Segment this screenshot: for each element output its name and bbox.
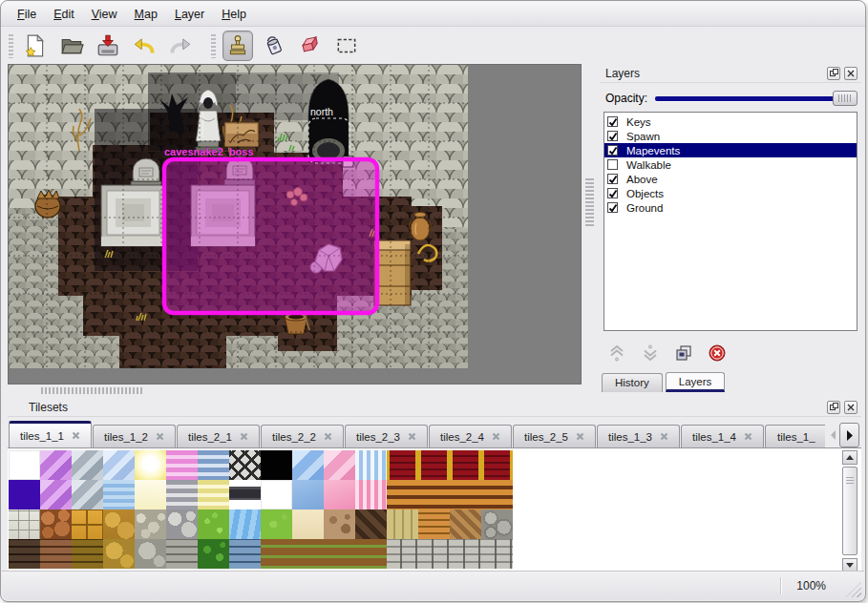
rect-select-tool-button[interactable]: [331, 31, 362, 61]
tab-close-icon[interactable]: [492, 431, 500, 443]
tile-strB-r0c6[interactable]: [198, 450, 229, 480]
tile-stoneblocks-r2c0[interactable]: [9, 509, 40, 539]
menu-layer[interactable]: Layer: [166, 5, 213, 24]
opacity-slider[interactable]: [655, 90, 857, 107]
tile-hedge-r3c6[interactable]: [198, 539, 229, 569]
tile-cobbleBr-r2c1[interactable]: [40, 509, 72, 539]
tile-tileP-r1c10[interactable]: [324, 480, 355, 509]
tile-wallGy-r3c4[interactable]: [135, 539, 166, 569]
tile-curtP-r1c11[interactable]: [355, 480, 387, 509]
tile-empty-r1c8[interactable]: [261, 480, 292, 509]
lower-layer-button[interactable]: [641, 343, 660, 363]
tile-crysB-r0c3[interactable]: [103, 450, 135, 480]
tile-lattice-r0c7[interactable]: [229, 450, 261, 480]
menu-file[interactable]: File: [9, 5, 45, 24]
toolbar-drag-handle[interactable]: [9, 34, 13, 58]
checkbox-checked[interactable]: [607, 174, 618, 184]
tab-close-icon[interactable]: [72, 430, 80, 442]
open-file-button[interactable]: [56, 31, 87, 61]
tile-plate-r1c7[interactable]: [229, 480, 261, 509]
tile-woodstr-r1c14[interactable]: [450, 480, 481, 509]
checkbox-unchecked[interactable]: [607, 159, 618, 170]
tile-indigo-r1c0[interactable]: [9, 480, 40, 509]
tab-close-icon[interactable]: [324, 431, 332, 443]
tile-brickG2-r3c12[interactable]: [387, 539, 418, 569]
tile-grass-r2c6[interactable]: [198, 509, 229, 539]
menu-help[interactable]: Help: [213, 5, 255, 24]
scroll-right-button[interactable]: [839, 423, 859, 447]
raise-layer-button[interactable]: [607, 343, 626, 363]
tab-close-icon[interactable]: [576, 431, 584, 443]
tile-wicker-r2c13[interactable]: [418, 509, 450, 539]
scroll-up-button[interactable]: [842, 450, 857, 465]
tile-gravel-r2c4[interactable]: [135, 509, 166, 539]
tileset-tab-tiles_2_3[interactable]: tiles_2_3: [345, 425, 428, 447]
tile-carpet-r0c15[interactable]: [481, 450, 513, 480]
tile-strG-r1c5[interactable]: [166, 480, 198, 509]
tile-crysP2-r0c10[interactable]: [324, 450, 355, 480]
tile-brickBr-r3c1[interactable]: [40, 539, 72, 569]
tab-close-icon[interactable]: [660, 431, 668, 443]
tile-shingle-r2c11[interactable]: [355, 509, 387, 539]
tile-wallGd-r3c3[interactable]: [103, 539, 135, 569]
layer-row-above[interactable]: Above: [604, 172, 857, 186]
tileset-tab-tiles_2_1[interactable]: tiles_2_1: [177, 425, 260, 447]
tile-crysP-r0c1[interactable]: [40, 450, 72, 480]
tile-brickBl-r3c7[interactable]: [229, 539, 261, 569]
tile-crysG-r1c2[interactable]: [72, 480, 103, 509]
tile-paleY-r1c4[interactable]: [135, 480, 166, 509]
tile-goldtile-r2c2[interactable]: [72, 509, 103, 539]
layer-row-spawn[interactable]: Spawn: [604, 129, 857, 143]
horizontal-splitter-handle[interactable]: [41, 387, 144, 394]
tileset-tab-tiles_1_[interactable]: tiles_1_: [765, 425, 825, 447]
close-tilesets-button[interactable]: [844, 401, 857, 414]
tile-woodstr-r1c15[interactable]: [481, 480, 513, 509]
tile-strP-r0c5[interactable]: [166, 450, 198, 480]
tile-dirtspots-r2c10[interactable]: [324, 509, 355, 539]
tile-water2-r2c7[interactable]: [229, 509, 261, 539]
tile-soil-r3c11[interactable]: [355, 539, 387, 569]
tile-strY-r1c6[interactable]: [198, 480, 229, 509]
tile-goldstone-r2c3[interactable]: [103, 509, 135, 539]
toolbar-drag-handle-2[interactable]: [211, 34, 216, 58]
checkbox-checked[interactable]: [607, 202, 618, 213]
tile-carpet-r0c12[interactable]: [387, 450, 418, 480]
tile-soil-r3c8[interactable]: [261, 539, 292, 569]
checkbox-checked[interactable]: [607, 131, 618, 141]
tile-planks-r2c12[interactable]: [387, 509, 418, 539]
tile-water-r1c3[interactable]: [103, 480, 135, 509]
tile-brickG2-r3c14[interactable]: [450, 539, 481, 569]
layer-row-keys[interactable]: Keys: [604, 114, 857, 129]
redo-button[interactable]: [165, 31, 196, 61]
tile-curtB-r0c11[interactable]: [355, 450, 387, 480]
tileset-tab-tiles_1_2[interactable]: tiles_1_2: [93, 425, 176, 447]
menu-view[interactable]: View: [83, 5, 126, 24]
tile-woodstr-r1c13[interactable]: [418, 480, 450, 509]
resize-grip[interactable]: [846, 582, 861, 597]
tile-cobbleG-r2c5[interactable]: [166, 509, 198, 539]
opacity-slider-handle[interactable]: [833, 91, 857, 106]
layer-row-mapevents[interactable]: Mapevents: [604, 143, 857, 157]
tile-logs-r2c15[interactable]: [481, 509, 513, 539]
tile-glowY-r0c4[interactable]: [135, 450, 166, 480]
tile-sand-r2c9[interactable]: [292, 509, 324, 539]
layer-row-objects[interactable]: Objects: [604, 186, 857, 200]
tile-crysB2-r0c9[interactable]: [292, 450, 324, 480]
tile-crysP-r1c1[interactable]: [40, 480, 72, 509]
tile-brickGy-r3c5[interactable]: [166, 539, 198, 569]
tile-grass2-r2c8[interactable]: [261, 509, 292, 539]
vertical-splitter-handle[interactable]: [585, 178, 594, 228]
tileset-tab-tiles_1_1[interactable]: tiles_1_1: [9, 421, 92, 447]
tile-herring-r2c14[interactable]: [450, 509, 481, 539]
float-panel-button[interactable]: [827, 67, 840, 80]
close-panel-button[interactable]: [844, 67, 857, 80]
tile-empty-r0c0[interactable]: [9, 450, 40, 480]
tileset-tab-tiles_2_5[interactable]: tiles_2_5: [513, 425, 596, 447]
tab-close-icon[interactable]: [156, 431, 164, 443]
tileset-tab-tiles_1_3[interactable]: tiles_1_3: [597, 425, 680, 447]
duplicate-layer-button[interactable]: [674, 343, 693, 363]
menu-edit[interactable]: Edit: [45, 5, 83, 24]
tile-woodstr-r1c12[interactable]: [387, 480, 418, 509]
tile-black-r0c8[interactable]: [261, 450, 292, 480]
layer-row-walkable[interactable]: Walkable: [604, 157, 857, 172]
